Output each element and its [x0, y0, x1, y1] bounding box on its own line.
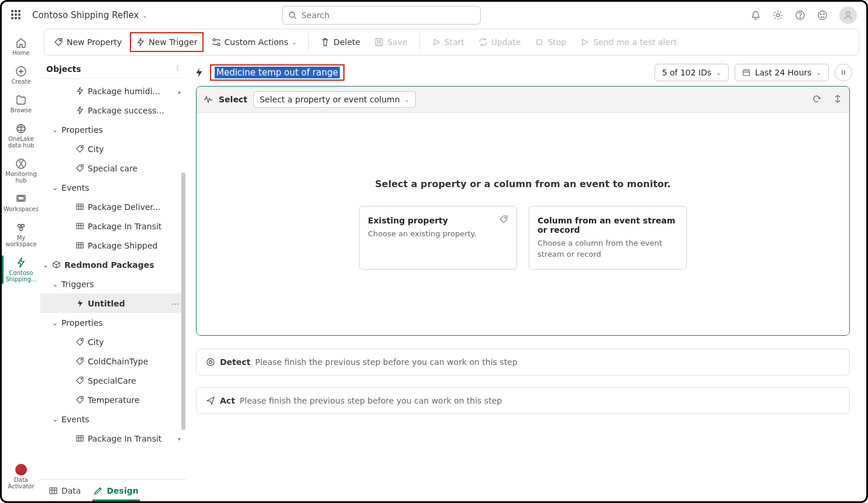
calendar-icon — [742, 68, 750, 77]
tree-property-item[interactable]: City — [40, 332, 185, 352]
tree-trigger-item[interactable]: Package success... — [40, 101, 185, 120]
tag-icon — [499, 215, 508, 226]
tree-event-item[interactable]: Package Shipped — [40, 236, 185, 255]
nav-onelake[interactable]: OneLake data hub — [2, 119, 40, 152]
tree-property-item[interactable]: SpecialCare — [40, 371, 185, 390]
svg-rect-16 — [18, 197, 24, 200]
tree-event-item[interactable]: Package In Transit — [40, 216, 185, 236]
svg-point-40 — [81, 359, 82, 360]
ids-selector[interactable]: 5 of 102 IDs⌄ — [655, 64, 729, 81]
tree-group-properties[interactable]: Properties — [40, 313, 185, 332]
svg-point-0 — [290, 12, 295, 18]
workspace-name: Contoso Shipping Reflex — [32, 10, 139, 20]
send-icon — [206, 396, 215, 405]
option-event-column[interactable]: Column from an event stream or record Ch… — [529, 206, 687, 269]
act-step: Act Please finish the previous step befo… — [196, 387, 850, 414]
svg-rect-51 — [743, 70, 749, 76]
chevron-down-icon: ⌄ — [292, 39, 297, 46]
nav-data-activator[interactable]: Data Activator — [2, 460, 40, 493]
select-property-dropdown[interactable]: Select a property or event column⌄ — [253, 91, 416, 108]
tree-property-item[interactable]: Special care — [40, 159, 185, 178]
objects-panel: Objects 〈 Package humidi... Package succ… — [40, 59, 185, 501]
search-icon — [288, 11, 297, 19]
feedback-icon[interactable] — [817, 10, 828, 20]
delete-button[interactable]: Delete — [315, 32, 366, 52]
separator — [308, 34, 309, 50]
more-icon[interactable]: ⋯ — [171, 299, 180, 308]
nav-home[interactable]: Home — [2, 33, 40, 60]
tab-design[interactable]: Design — [94, 480, 138, 501]
svg-point-18 — [22, 225, 25, 228]
sort-down-icon — [178, 434, 181, 443]
top-bar: Contoso Shipping Reflex ⌄ — [2, 2, 866, 29]
workspace-switcher[interactable]: Contoso Shipping Reflex ⌄ — [32, 10, 147, 20]
search-wrap — [282, 6, 481, 25]
collapse-panel-icon[interactable]: 〈 — [173, 64, 180, 74]
svg-rect-43 — [77, 436, 83, 441]
scrollbar[interactable] — [181, 173, 185, 430]
target-icon — [206, 357, 215, 367]
app-launcher-icon[interactable] — [11, 10, 22, 20]
tab-data[interactable]: Data — [49, 480, 81, 501]
pause-button[interactable] — [835, 64, 852, 81]
chevron-down-icon: ⌄ — [817, 70, 821, 76]
tree-group-triggers[interactable]: Triggers — [40, 274, 185, 294]
chevron-down-icon — [52, 125, 58, 135]
svg-point-7 — [824, 13, 824, 14]
help-icon[interactable] — [795, 10, 805, 20]
user-avatar[interactable] — [839, 6, 857, 24]
svg-rect-27 — [77, 204, 83, 209]
svg-point-21 — [213, 39, 215, 41]
custom-actions-button[interactable]: Custom Actions⌄ — [206, 32, 303, 52]
chevron-down-icon: ⌄ — [716, 70, 721, 76]
expand-icon[interactable] — [833, 94, 842, 105]
tree-group-events[interactable]: Events — [40, 178, 185, 197]
time-range-selector[interactable]: Last 24 Hours⌄ — [735, 64, 829, 81]
search-box[interactable] — [282, 6, 481, 25]
tree-group-properties[interactable]: Properties — [40, 120, 185, 139]
svg-point-39 — [81, 340, 82, 341]
select-prompt: Select a property or a column from an ev… — [375, 178, 670, 190]
tree-object-redmond[interactable]: Redmond Packages — [40, 255, 185, 274]
tree-group-events[interactable]: Events — [40, 409, 185, 429]
objects-panel-header: Objects 〈 — [40, 59, 185, 79]
notifications-icon[interactable] — [750, 10, 761, 20]
nav-current-item[interactable]: Contoso Shipping... — [2, 253, 40, 286]
svg-point-17 — [18, 225, 21, 228]
tree-property-item[interactable]: Temperature — [40, 390, 185, 409]
toolbar: New Property New Trigger Custom Actions⌄… — [44, 29, 859, 56]
svg-point-4 — [800, 18, 800, 18]
select-step: Select Select a property or event column… — [196, 86, 850, 336]
objects-tree[interactable]: Package humidi... Package success... Pro… — [40, 79, 185, 479]
search-input[interactable] — [301, 11, 474, 20]
start-button: Start — [426, 32, 470, 52]
svg-rect-31 — [77, 223, 83, 229]
tree-property-item[interactable]: ColdChainType — [40, 352, 185, 371]
undo-icon[interactable] — [812, 94, 821, 105]
tree-event-item[interactable]: Package In Transit — [40, 429, 185, 448]
svg-rect-23 — [376, 39, 383, 46]
nav-create[interactable]: Create — [2, 62, 40, 88]
chevron-down-icon — [52, 318, 58, 328]
tree-event-item[interactable]: Package Deliver... — [40, 197, 185, 216]
svg-line-1 — [294, 17, 297, 19]
tree-property-item[interactable]: City — [40, 139, 185, 159]
svg-point-5 — [818, 11, 826, 19]
svg-point-59 — [207, 359, 214, 366]
nav-monitoring[interactable]: Monitoring hub — [2, 154, 40, 187]
stop-button: Stop — [529, 32, 572, 52]
new-property-button[interactable]: New Property — [48, 32, 128, 52]
svg-rect-47 — [50, 488, 57, 494]
settings-icon[interactable] — [773, 10, 783, 20]
nav-workspaces[interactable]: Workspaces — [2, 190, 40, 216]
nav-browse[interactable]: Browse — [2, 91, 40, 117]
tree-trigger-untitled[interactable]: Untitled⋯ — [40, 294, 185, 313]
send-test-button: Send me a test alert — [574, 32, 683, 52]
detect-step: Detect Please finish the previous step b… — [196, 349, 850, 375]
option-existing-property[interactable]: Existing property Choose an existing pro… — [359, 206, 517, 269]
new-trigger-button[interactable]: New Trigger — [130, 32, 203, 52]
svg-point-42 — [81, 398, 82, 399]
tree-trigger-item[interactable]: Package humidi... — [40, 81, 185, 101]
nav-my-workspace[interactable]: My workspace — [2, 218, 40, 251]
trigger-name-input[interactable]: Medicine temp out of range — [210, 64, 345, 81]
